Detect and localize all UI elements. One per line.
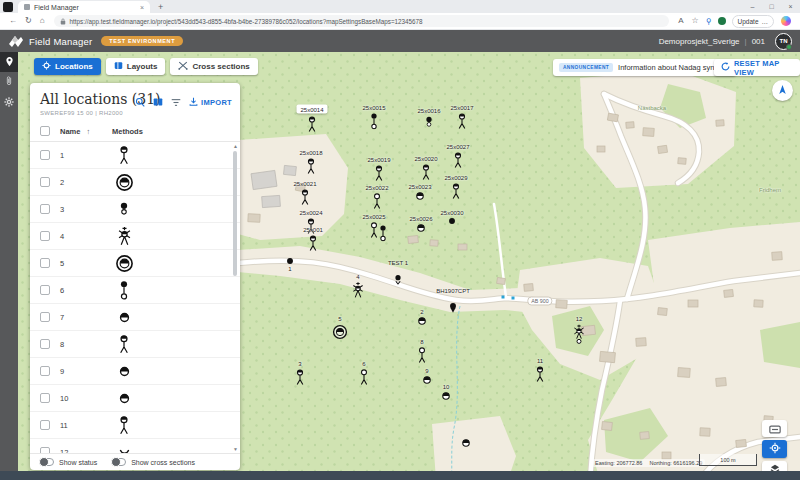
map-marker[interactable]: 1 bbox=[287, 258, 294, 265]
map-marker[interactable]: 6 bbox=[358, 369, 370, 386]
favorites-star-icon[interactable]: ☆ bbox=[692, 13, 699, 29]
map-marker[interactable]: 25x0019 bbox=[373, 165, 385, 182]
scrollbar-down-icon[interactable]: ▼ bbox=[232, 446, 239, 452]
refresh-icon[interactable]: ↻ bbox=[25, 13, 32, 29]
row-checkbox[interactable] bbox=[40, 177, 50, 187]
user-avatar[interactable]: TN bbox=[775, 33, 792, 50]
row-checkbox[interactable] bbox=[40, 312, 50, 322]
toggle-switch-icon[interactable] bbox=[111, 458, 126, 466]
reset-map-view-button[interactable]: RESET MAP VIEW bbox=[714, 59, 800, 76]
recenter-location-button[interactable] bbox=[762, 440, 787, 458]
map-marker[interactable]: 25x0018 bbox=[305, 158, 317, 175]
row-checkbox[interactable] bbox=[40, 150, 50, 160]
extension-icon[interactable] bbox=[718, 17, 726, 25]
toggle-switch-icon[interactable] bbox=[39, 458, 54, 466]
map-marker[interactable]: 11 bbox=[534, 366, 546, 383]
map-marker[interactable]: 8 bbox=[416, 347, 428, 364]
map-marker[interactable]: 25x0026 bbox=[417, 224, 426, 233]
map-marker[interactable]: 25x0021 bbox=[299, 189, 311, 206]
map-marker[interactable]: 3 bbox=[294, 369, 306, 386]
show-cross-sections-toggle[interactable]: Show cross sections bbox=[111, 458, 195, 466]
sidebar-item-attachments[interactable] bbox=[0, 72, 18, 92]
table-row[interactable]: 9 bbox=[30, 358, 240, 385]
map-marker[interactable]: BH1907CPT bbox=[448, 303, 459, 314]
url-bar[interactable]: https://app.test.fieldmanager.io/project… bbox=[54, 15, 670, 27]
tab-locations[interactable]: Locations bbox=[34, 58, 101, 75]
map-marker[interactable]: 25x0016 bbox=[424, 116, 434, 128]
table-row[interactable]: 11 bbox=[30, 412, 240, 439]
read-aloud-icon[interactable]: A bbox=[678, 13, 683, 29]
row-checkbox[interactable] bbox=[40, 258, 50, 268]
more-menu-icon[interactable]: … bbox=[762, 18, 769, 25]
project-name[interactable]: Demoprosjekt_Sverige bbox=[659, 37, 740, 46]
new-tab-button[interactable]: + bbox=[158, 2, 163, 12]
map-marker[interactable]: 25x0027 bbox=[452, 152, 464, 169]
row-checkbox[interactable] bbox=[40, 231, 50, 241]
window-close-button[interactable]: × bbox=[781, 0, 800, 13]
map-overview-button[interactable] bbox=[762, 420, 787, 437]
show-status-toggle[interactable]: Show status bbox=[39, 458, 97, 466]
table-row[interactable]: 12 bbox=[30, 439, 240, 453]
map-marker[interactable] bbox=[462, 439, 471, 448]
row-checkbox[interactable] bbox=[40, 447, 50, 453]
tab-close-icon[interactable]: × bbox=[140, 4, 144, 11]
map-marker[interactable]: 25x0030 bbox=[449, 218, 456, 225]
map-marker[interactable]: 25x0020 bbox=[420, 164, 432, 181]
map-marker[interactable]: 25x0015 bbox=[368, 113, 380, 130]
compass-button[interactable] bbox=[772, 80, 793, 101]
back-icon[interactable]: ← bbox=[9, 13, 17, 29]
table-row[interactable]: 6 bbox=[30, 277, 240, 304]
select-all-checkbox[interactable] bbox=[40, 126, 50, 136]
table-scrollbar[interactable]: ▲ ▼ bbox=[232, 143, 239, 452]
row-checkbox[interactable] bbox=[40, 285, 50, 295]
table-row[interactable]: 3 bbox=[30, 196, 240, 223]
map-marker[interactable]: 25x0017 bbox=[456, 113, 468, 130]
map-marker[interactable] bbox=[377, 225, 389, 242]
send-to-device-pin-icon[interactable]: ⚲ bbox=[706, 17, 712, 26]
map-marker[interactable]: 4 bbox=[351, 282, 365, 299]
table-row[interactable]: 7 bbox=[30, 304, 240, 331]
map-marker[interactable]: 2 bbox=[418, 317, 427, 326]
copilot-icon[interactable] bbox=[781, 16, 791, 26]
filter-icon[interactable] bbox=[171, 93, 181, 111]
map-marker[interactable]: TEST 1 bbox=[393, 275, 404, 286]
scrollbar-thumb[interactable] bbox=[233, 151, 237, 276]
sidebar-item-locations[interactable] bbox=[0, 52, 18, 72]
table-row[interactable]: 5 bbox=[30, 250, 240, 277]
browser-update-button[interactable]: Update … bbox=[732, 15, 774, 28]
import-button[interactable]: IMPORT bbox=[189, 97, 232, 108]
map-marker[interactable]: 5 bbox=[332, 324, 348, 340]
row-checkbox[interactable] bbox=[40, 420, 50, 430]
home-icon[interactable]: ⌂ bbox=[40, 13, 45, 29]
row-checkbox[interactable] bbox=[40, 393, 50, 403]
table-row[interactable]: 4 bbox=[30, 223, 240, 250]
map-marker[interactable]: 25x0014 bbox=[306, 116, 318, 133]
site-info-lock-icon[interactable] bbox=[60, 18, 66, 25]
table-row[interactable]: 10 bbox=[30, 385, 240, 412]
map-marker[interactable]: 9 bbox=[423, 376, 432, 385]
sidebar-item-settings[interactable] bbox=[0, 92, 18, 112]
table-row[interactable]: 1 bbox=[30, 142, 240, 169]
announcement-text[interactable]: Information about Nadag sync bbox=[618, 63, 718, 72]
map-marker[interactable]: 12 bbox=[572, 324, 586, 344]
window-minimize-button[interactable]: – bbox=[743, 0, 762, 13]
search-icon[interactable] bbox=[135, 93, 145, 111]
map-marker[interactable]: 25x0022 bbox=[371, 193, 383, 210]
row-checkbox[interactable] bbox=[40, 204, 50, 214]
map-marker[interactable]: 25x0023 bbox=[416, 192, 425, 201]
scrollbar-up-icon[interactable]: ▲ bbox=[232, 143, 239, 149]
map-marker[interactable]: 10 bbox=[442, 392, 451, 401]
window-maximize-button[interactable]: □ bbox=[762, 0, 781, 13]
sort-ascending-icon[interactable]: ↑ bbox=[86, 127, 90, 136]
row-checkbox[interactable] bbox=[40, 366, 50, 376]
row-checkbox[interactable] bbox=[40, 339, 50, 349]
table-row[interactable]: 2 bbox=[30, 169, 240, 196]
browser-tab[interactable]: Field Manager × bbox=[18, 1, 150, 13]
tab-cross-sections[interactable]: Cross sections bbox=[170, 58, 257, 75]
tab-layouts[interactable]: Layouts bbox=[106, 58, 166, 75]
map-marker[interactable]: 25x001 bbox=[307, 235, 319, 252]
table-row[interactable]: 8 bbox=[30, 331, 240, 358]
name-column-header[interactable]: Name bbox=[60, 127, 80, 136]
map-marker[interactable]: 25x0029 bbox=[450, 183, 462, 200]
columns-icon[interactable] bbox=[153, 93, 163, 111]
